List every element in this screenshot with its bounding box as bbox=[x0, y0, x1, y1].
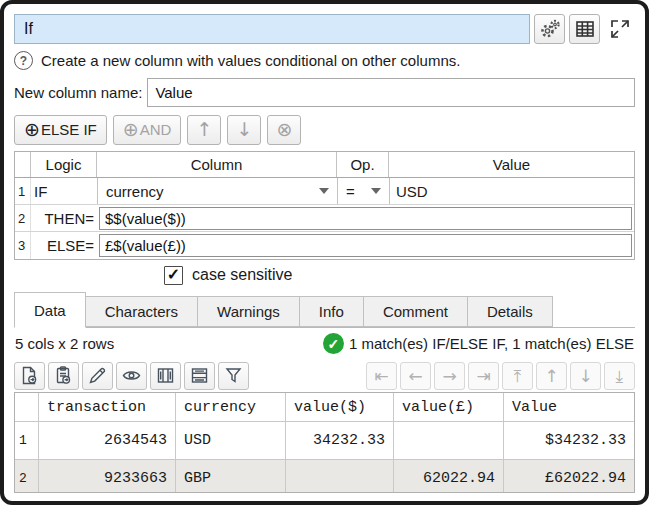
match-status-text: 1 match(es) IF/ELSE IF, 1 match(es) ELSE bbox=[349, 335, 634, 352]
first-column-button[interactable]: ⇤ bbox=[366, 362, 397, 390]
cell-value-usd[interactable] bbox=[286, 460, 394, 493]
last-row-button[interactable]: ⤓ bbox=[604, 362, 635, 390]
add-and-button[interactable]: ⊕ AND bbox=[113, 115, 182, 145]
transform-name-input[interactable] bbox=[14, 14, 530, 44]
table-row: 1 2634543 USD 34232.33 $34232.33 bbox=[15, 422, 634, 460]
tab-comment[interactable]: Comment bbox=[364, 296, 468, 327]
grid-dimensions: 5 cols x 2 rows bbox=[15, 335, 114, 352]
logic-keyword: IF bbox=[31, 178, 97, 204]
data-grid-header: transaction currency value($) value(£) V… bbox=[15, 393, 634, 422]
delete-condition-button[interactable]: ⊗ bbox=[267, 115, 301, 145]
col-header-transaction[interactable]: transaction bbox=[39, 393, 176, 422]
table-icon bbox=[574, 18, 596, 40]
case-sensitive-checkbox[interactable]: ✓ bbox=[164, 266, 183, 285]
prev-column-icon: ← bbox=[408, 366, 422, 386]
show-rows-button[interactable] bbox=[184, 362, 215, 390]
eye-icon bbox=[121, 365, 142, 386]
tab-details[interactable]: Details bbox=[468, 296, 553, 327]
maximize-panel-button[interactable] bbox=[604, 14, 635, 44]
prev-row-button[interactable]: ↑ bbox=[536, 362, 567, 390]
operator-select[interactable]: = bbox=[340, 180, 387, 203]
cell-new-value[interactable]: $34232.33 bbox=[504, 422, 634, 460]
show-columns-button[interactable] bbox=[150, 362, 181, 390]
tab-bar: Data Characters Warnings Info Comment De… bbox=[14, 292, 635, 328]
cell-value-gbp[interactable]: 62022.94 bbox=[394, 460, 504, 493]
first-row-button[interactable]: ⤒ bbox=[502, 362, 533, 390]
tab-warnings[interactable]: Warnings bbox=[198, 296, 300, 327]
cell-value-gbp[interactable] bbox=[394, 422, 504, 460]
row-number: 2 bbox=[15, 205, 31, 231]
col-header-value-gbp[interactable]: value(£) bbox=[394, 393, 504, 422]
preview-button[interactable] bbox=[116, 362, 147, 390]
data-toolbar: ⇤ ← → ⇥ ⤒ ↑ ↓ ⤓ bbox=[14, 359, 635, 392]
filter-icon bbox=[223, 365, 244, 386]
edit-button[interactable] bbox=[82, 362, 113, 390]
tab-info[interactable]: Info bbox=[300, 296, 364, 327]
nav-tool-group: ⇤ ← → ⇥ ⤒ ↑ ↓ ⤓ bbox=[366, 362, 635, 390]
next-column-button[interactable]: → bbox=[434, 362, 465, 390]
last-column-button[interactable]: ⇥ bbox=[468, 362, 499, 390]
clipboard-export-icon bbox=[53, 365, 74, 386]
help-icon[interactable]: ? bbox=[14, 51, 33, 70]
settings-button[interactable] bbox=[534, 14, 565, 44]
export-file-button[interactable] bbox=[14, 362, 45, 390]
new-column-input[interactable] bbox=[147, 78, 635, 107]
cell-transaction[interactable]: 9233663 bbox=[39, 460, 176, 493]
case-sensitive-row: ✓ case sensitive bbox=[14, 260, 635, 290]
col-header-currency[interactable]: currency bbox=[176, 393, 286, 422]
column-select-value: currency bbox=[106, 183, 164, 200]
pencil-icon bbox=[87, 365, 108, 386]
table-row: 2 9233663 GBP 62022.94 £62022.94 bbox=[15, 460, 634, 493]
prev-column-button[interactable]: ← bbox=[400, 362, 431, 390]
data-grid: transaction currency value($) value(£) V… bbox=[14, 392, 635, 493]
cell-currency[interactable]: GBP bbox=[176, 460, 286, 493]
title-bar bbox=[14, 13, 635, 45]
row-number: 3 bbox=[15, 232, 31, 259]
and-label: AND bbox=[140, 121, 172, 138]
then-expression-input[interactable] bbox=[99, 207, 632, 230]
cell-currency[interactable]: USD bbox=[176, 422, 286, 460]
filter-button[interactable] bbox=[218, 362, 249, 390]
cell-transaction[interactable]: 2634543 bbox=[39, 422, 176, 460]
file-export-icon bbox=[19, 365, 40, 386]
left-tool-group bbox=[14, 362, 249, 390]
tab-data[interactable]: Data bbox=[14, 292, 86, 328]
columns-icon bbox=[155, 365, 176, 386]
chevron-down-icon bbox=[371, 188, 381, 194]
first-row-icon: ⤒ bbox=[514, 366, 522, 386]
new-column-row: New column name: bbox=[14, 77, 635, 107]
row-header[interactable]: 1 bbox=[15, 422, 39, 460]
plus-circle-icon: ⊕ bbox=[24, 120, 40, 139]
logic-table-header: Logic Column Op. Value bbox=[15, 152, 634, 178]
cell-value-usd[interactable]: 34232.33 bbox=[286, 422, 394, 460]
logic-keyword: ELSE= bbox=[31, 232, 97, 259]
show-table-button[interactable] bbox=[569, 14, 600, 44]
prev-row-icon: ↑ bbox=[544, 366, 558, 386]
cell-new-value[interactable]: £62022.94 bbox=[504, 460, 634, 493]
else-expression-input[interactable] bbox=[99, 234, 632, 257]
col-header-value-usd[interactable]: value($) bbox=[286, 393, 394, 422]
plus-circle-icon: ⊕ bbox=[123, 120, 139, 139]
row-number: 1 bbox=[15, 178, 31, 204]
tab-characters[interactable]: Characters bbox=[86, 296, 198, 327]
corner-cell[interactable] bbox=[15, 393, 39, 422]
description-row: ? Create a new column with values condit… bbox=[14, 47, 635, 74]
move-condition-up-button[interactable]: ↑ bbox=[187, 115, 221, 145]
logic-keyword: THEN= bbox=[31, 205, 97, 231]
move-condition-down-button[interactable]: ↓ bbox=[227, 115, 261, 145]
row-header[interactable]: 2 bbox=[15, 460, 39, 493]
add-else-if-button[interactable]: ⊕ ELSE IF bbox=[14, 115, 107, 145]
next-row-icon: ↓ bbox=[578, 366, 592, 386]
next-row-button[interactable]: ↓ bbox=[570, 362, 601, 390]
expand-icon bbox=[608, 17, 632, 41]
col-header-new-value[interactable]: Value bbox=[504, 393, 634, 422]
success-check-icon: ✓ bbox=[323, 333, 344, 354]
arrow-down-icon: ↓ bbox=[236, 120, 252, 139]
logic-table: Logic Column Op. Value 1 IF currency = U… bbox=[14, 151, 635, 260]
column-select[interactable]: currency bbox=[100, 180, 335, 203]
condition-value-cell[interactable]: USD bbox=[389, 178, 634, 204]
rows-icon bbox=[189, 365, 210, 386]
operator-select-value: = bbox=[346, 183, 355, 200]
logic-header: Logic bbox=[31, 152, 97, 177]
copy-clipboard-button[interactable] bbox=[48, 362, 79, 390]
